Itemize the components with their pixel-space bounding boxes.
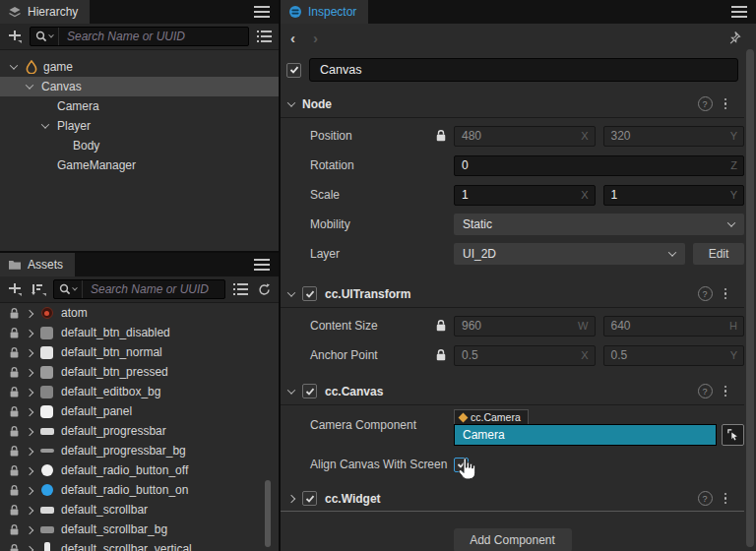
mobility-dropdown[interactable]: Static (454, 214, 744, 235)
tree-item-gamemanager[interactable]: GameManager (0, 155, 279, 175)
tree-item-game[interactable]: game (0, 57, 279, 77)
asset-row[interactable]: default_scrollbar (0, 500, 279, 520)
mouse-cursor-hand (456, 456, 477, 483)
hierarchy-search-input[interactable]: Search Name or UUID (59, 30, 248, 43)
canvas-enabled-checkbox[interactable] (302, 384, 317, 398)
asset-row[interactable]: default_panel (0, 401, 279, 421)
refresh-icon[interactable] (255, 280, 273, 298)
lock-icon[interactable] (436, 130, 454, 142)
asset-row[interactable]: default_btn_disabled (0, 323, 279, 342)
asset-label: default_btn_pressed (61, 365, 168, 379)
lock-icon[interactable] (436, 349, 454, 361)
hierarchy-menu-icon[interactable] (253, 3, 271, 21)
tree-item-label: Canvas (41, 80, 82, 93)
asset-row[interactable]: default_progressbar_bg (0, 441, 279, 460)
create-node-button[interactable] (6, 28, 24, 45)
sort-assets-icon[interactable] (30, 280, 47, 298)
hierarchy-search-box[interactable]: Search Name or UUID (30, 27, 249, 46)
position-x-field[interactable]: 480X (454, 126, 596, 147)
kebab-menu-icon[interactable] (721, 98, 731, 110)
camera-reference-chip[interactable]: cc.Camera (454, 409, 529, 424)
content-height-field[interactable]: 640H (603, 316, 745, 337)
inspector-menu-icon[interactable] (730, 3, 748, 21)
tab-inspector[interactable]: Inspector (281, 0, 368, 24)
tree-item-label: GameManager (57, 158, 136, 172)
help-icon[interactable]: ? (698, 286, 713, 301)
hierarchy-tabstrip: Hierarchy (0, 0, 279, 24)
camera-component-field[interactable]: Camera (454, 424, 717, 446)
canvas-section-header[interactable]: cc.Canvas ? (281, 378, 744, 405)
camera-component-label: Camera Component (310, 418, 454, 446)
uitransform-section-header[interactable]: cc.UITransform ? (281, 280, 744, 308)
kebab-menu-icon[interactable] (721, 493, 731, 505)
tree-item-canvas[interactable]: Canvas (0, 77, 279, 96)
anchor-y-field[interactable]: 0.5Y (603, 345, 745, 366)
assets-search-box[interactable]: Search Name or UUID (53, 279, 225, 299)
asset-row[interactable]: default_btn_normal (0, 342, 279, 362)
node-section-header[interactable]: Node ? (281, 91, 744, 118)
tree-item-camera[interactable]: Camera (0, 96, 279, 116)
assets-search-input[interactable]: Search Name or UUID (83, 282, 224, 296)
help-icon[interactable]: ? (698, 384, 713, 398)
rotation-z-field[interactable]: 0Z (454, 155, 744, 176)
lock-icon (8, 465, 20, 476)
tab-assets[interactable]: Assets (0, 253, 75, 276)
lock-icon (8, 446, 20, 457)
asset-label: default_progressbar_bg (61, 444, 186, 458)
lock-icon (8, 308, 20, 319)
create-asset-button[interactable] (6, 280, 24, 298)
pin-icon[interactable] (724, 29, 742, 46)
asset-row[interactable]: default_radio_button_off (0, 460, 279, 480)
rotation-label: Rotation (310, 158, 436, 172)
kebab-menu-icon[interactable] (721, 386, 731, 398)
asset-row[interactable]: default_progressbar (0, 421, 279, 441)
asset-label: default_scrollbar_vertical (61, 542, 192, 551)
tab-hierarchy[interactable]: Hierarchy (0, 0, 90, 24)
uitransform-enabled-checkbox[interactable] (302, 286, 317, 301)
anchor-x-field[interactable]: 0.5X (454, 345, 596, 366)
help-icon[interactable]: ? (698, 96, 713, 111)
asset-row[interactable]: default_scrollbar_vertical (0, 539, 279, 551)
node-name-field[interactable]: Canvas (309, 58, 738, 82)
layer-dropdown[interactable]: UI_2D (454, 243, 685, 265)
inspector-tabstrip: Inspector (281, 0, 756, 24)
tree-item-body[interactable]: Body (0, 136, 279, 155)
hierarchy-listview-icon[interactable] (255, 28, 273, 45)
lock-icon (8, 328, 20, 338)
asset-row[interactable]: default_btn_pressed (0, 362, 279, 382)
assets-scrollbar[interactable] (265, 480, 271, 547)
position-y-field[interactable]: 320Y (603, 126, 745, 147)
scale-y-field[interactable]: 1Y (603, 185, 745, 206)
search-filter-icon[interactable] (54, 280, 83, 298)
asset-thumbnail (40, 449, 54, 453)
mobility-label: Mobility (310, 217, 436, 231)
lock-icon[interactable] (436, 320, 454, 332)
asset-row[interactable]: default_editbox_bg (0, 382, 279, 401)
layer-edit-button[interactable]: Edit (693, 243, 744, 265)
inspector-scrollbar[interactable] (746, 49, 754, 547)
back-icon[interactable]: ‹ (290, 31, 295, 45)
forward-icon[interactable]: › (313, 31, 318, 45)
asset-row-atom[interactable]: atom (0, 303, 279, 323)
add-component-button[interactable]: Add Component (454, 528, 572, 551)
search-filter-icon[interactable] (31, 28, 59, 45)
scale-x-field[interactable]: 1X (454, 185, 596, 206)
node-active-checkbox[interactable] (286, 63, 301, 78)
assets-menu-icon[interactable] (253, 256, 271, 274)
help-icon[interactable]: ? (698, 491, 713, 506)
lock-icon (8, 426, 20, 437)
asset-thumbnail (40, 405, 53, 418)
content-width-field[interactable]: 960W (454, 316, 596, 337)
asset-thumbnail (40, 526, 54, 533)
widget-section-header[interactable]: cc.Widget ? (281, 486, 744, 512)
component-diamond-icon (459, 412, 469, 422)
asset-thumbnail (44, 542, 50, 551)
asset-thumbnail (40, 428, 54, 435)
assets-listview-icon[interactable] (231, 280, 249, 298)
asset-row[interactable]: default_radio_button_on (0, 480, 279, 500)
tree-item-player[interactable]: Player (0, 116, 279, 136)
kebab-menu-icon[interactable] (721, 288, 731, 300)
asset-row[interactable]: default_scrollbar_bg (0, 520, 279, 539)
node-picker-button[interactable] (722, 424, 744, 446)
widget-enabled-checkbox[interactable] (302, 491, 317, 506)
